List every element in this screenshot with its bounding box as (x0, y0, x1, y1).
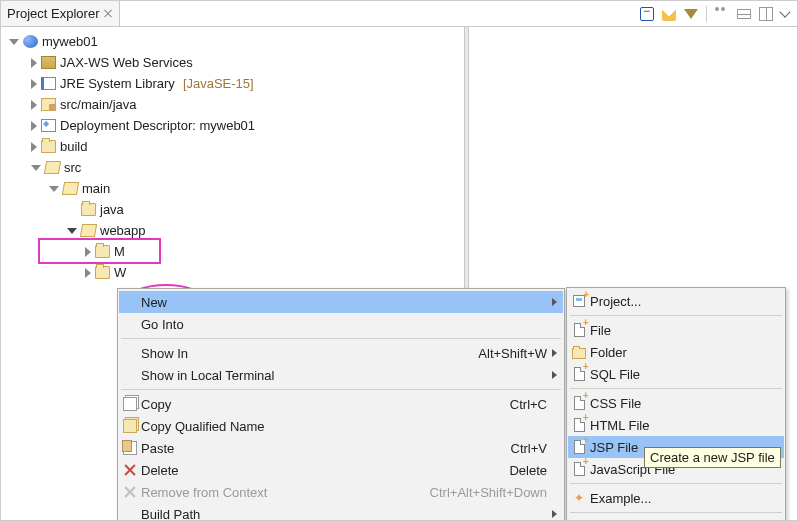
tree-label: JRE System Library (60, 76, 175, 91)
chevron-right-icon[interactable] (85, 268, 91, 278)
menu-item-copy[interactable]: Copy Ctrl+C (119, 393, 563, 415)
submenu-arrow-icon (552, 349, 557, 357)
tree-label: Deployment Descriptor: myweb01 (60, 118, 255, 133)
menu-label: HTML File (590, 418, 784, 433)
folder-open-icon (62, 182, 79, 195)
tree-node-main[interactable]: main (9, 178, 797, 199)
menu-label: Build Path (141, 507, 563, 522)
view-menu-icon[interactable] (779, 6, 790, 17)
menu-label: Folder (590, 345, 784, 360)
example-icon: ✦ (572, 491, 586, 505)
tree-label: myweb01 (42, 34, 98, 49)
close-icon[interactable] (103, 9, 113, 19)
css-file-icon (574, 396, 585, 410)
menu-separator (570, 483, 782, 484)
tree-node-jaxws[interactable]: JAX-WS Web Services (9, 52, 797, 73)
menu-label: CSS File (590, 396, 784, 411)
tree-label: src/main/java (60, 97, 137, 112)
context-menu: New Go Into Show In Alt+Shift+W Show in … (117, 288, 565, 521)
menu-item-new-example[interactable]: ✦ Example... (568, 487, 784, 509)
tree-node-srcmainjava[interactable]: src/main/java (9, 94, 797, 115)
chevron-right-icon[interactable] (31, 100, 37, 110)
tooltip-text: Create a new JSP file (650, 450, 775, 465)
menu-label: Show In (141, 346, 478, 361)
chevron-right-icon[interactable] (31, 142, 37, 152)
menu-item-local-terminal[interactable]: Show in Local Terminal (119, 364, 563, 386)
menu-label: File (590, 323, 784, 338)
menu-label: Copy (141, 397, 510, 412)
menu-item-build-path[interactable]: Build Path (119, 503, 563, 521)
tree-label: java (100, 202, 124, 217)
minimize-icon[interactable] (737, 9, 751, 19)
menu-item-go-into[interactable]: Go Into (119, 313, 563, 335)
tree-node-dd[interactable]: Deployment Descriptor: myweb01 (9, 115, 797, 136)
menu-item-show-in[interactable]: Show In Alt+Shift+W (119, 342, 563, 364)
menu-item-copy-qualified[interactable]: Copy Qualified Name (119, 415, 563, 437)
collapse-all-icon[interactable] (640, 7, 654, 21)
chevron-down-icon[interactable] (9, 39, 19, 45)
folder-open-icon (80, 224, 97, 237)
menu-separator (570, 512, 782, 513)
tree-node-java[interactable]: java (9, 199, 797, 220)
source-folder-icon (41, 98, 56, 111)
copy-icon (123, 397, 137, 411)
tab-title: Project Explorer (7, 6, 99, 21)
tree-node-w[interactable]: W (9, 262, 797, 283)
tree-node-src[interactable]: src (9, 157, 797, 178)
menu-label: Example... (590, 491, 784, 506)
view-tabbar: Project Explorer (1, 1, 797, 27)
js-file-icon (574, 462, 585, 476)
remove-icon (123, 485, 137, 499)
menu-separator (570, 388, 782, 389)
delete-icon (123, 463, 137, 477)
tree-node-jre[interactable]: JRE System Library [JavaSE-15] (9, 73, 797, 94)
menu-item-new-folder[interactable]: Folder (568, 341, 784, 363)
deployment-descriptor-icon (41, 119, 56, 132)
chevron-right-icon[interactable] (31, 58, 37, 68)
sql-file-icon (574, 367, 585, 381)
link-with-editor-icon[interactable] (662, 7, 676, 21)
submenu-arrow-icon (552, 510, 557, 518)
chevron-down-icon[interactable] (67, 228, 77, 234)
window-root: Project Explorer myweb01 JAX-WS Web Serv… (0, 0, 798, 521)
menu-item-new-html[interactable]: HTML File (568, 414, 784, 436)
tree-node-build[interactable]: build (9, 136, 797, 157)
folder-icon (572, 348, 586, 359)
chevron-down-icon[interactable] (31, 165, 41, 171)
maximize-icon[interactable] (759, 7, 773, 21)
paste-icon (123, 441, 137, 455)
chevron-down-icon[interactable] (49, 186, 59, 192)
tree-node-project[interactable]: myweb01 (9, 31, 797, 52)
copy-qualified-icon (123, 419, 137, 433)
menu-item-paste[interactable]: Paste Ctrl+V (119, 437, 563, 459)
menu-label: Remove from Context (141, 485, 430, 500)
project-explorer-tab[interactable]: Project Explorer (1, 1, 120, 26)
menu-item-new-project[interactable]: Project... (568, 290, 784, 312)
menu-accel: Delete (509, 463, 563, 478)
menu-item-new[interactable]: New (119, 291, 563, 313)
tree-label: W (114, 265, 126, 280)
menu-label: SQL File (590, 367, 784, 382)
toolbar-separator (706, 6, 707, 22)
menu-separator (570, 315, 782, 316)
menu-accel: Ctrl+Alt+Shift+Down (430, 485, 563, 500)
library-icon (41, 77, 56, 90)
menu-item-new-file[interactable]: File (568, 319, 784, 341)
tree-label: main (82, 181, 110, 196)
menu-item-new-css[interactable]: CSS File (568, 392, 784, 414)
tooltip: Create a new JSP file (644, 447, 781, 468)
menu-item-new-other[interactable]: ✦ Other... Ctrl+N (568, 516, 784, 521)
folder-open-icon (44, 161, 61, 174)
project-icon (573, 295, 585, 307)
chevron-right-icon[interactable] (31, 121, 37, 131)
menu-label: New (141, 295, 563, 310)
tree-label: webapp (100, 223, 146, 238)
folder-icon (95, 266, 110, 279)
chevron-right-icon[interactable] (31, 79, 37, 89)
menu-item-delete[interactable]: Delete Delete (119, 459, 563, 481)
menu-separator (121, 338, 561, 339)
filter-icon[interactable] (684, 9, 698, 19)
menu-label: Copy Qualified Name (141, 419, 563, 434)
focus-task-icon[interactable] (715, 7, 729, 21)
menu-item-new-sql[interactable]: SQL File (568, 363, 784, 385)
